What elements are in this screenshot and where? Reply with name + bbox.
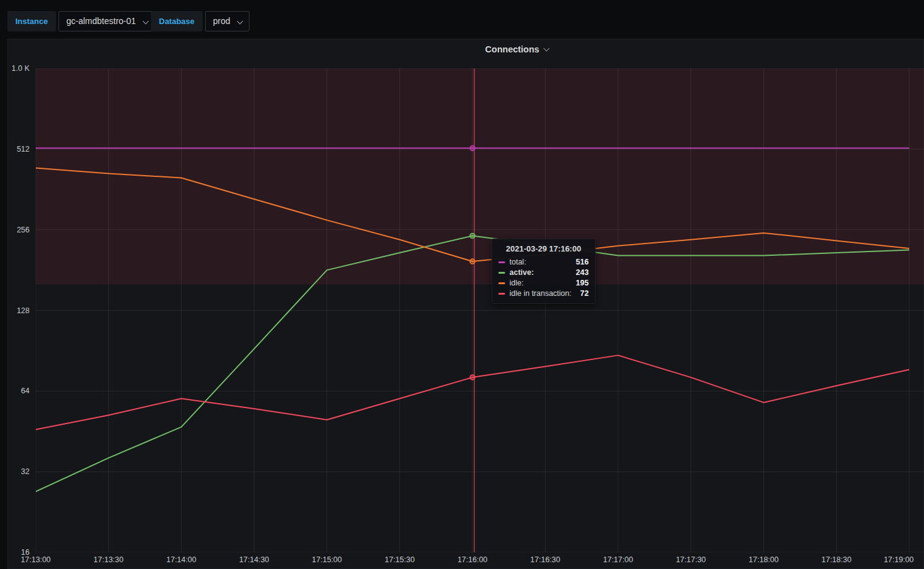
panel-header: Connections	[8, 39, 923, 60]
hover-marker-idle_in_transaction	[470, 375, 475, 380]
panel-title-menu[interactable]: Connections	[485, 44, 549, 54]
series-color-swatch-icon	[498, 282, 505, 284]
tooltip-series-label: idle:	[509, 279, 576, 287]
hover-marker-idle	[470, 259, 475, 264]
x-tick-label: 17:17:00	[603, 555, 633, 564]
y-axis: 1.0 K512256128643216	[8, 68, 33, 552]
tooltip-series-label: idle in transaction:	[509, 289, 580, 298]
y-tick-label: 32	[8, 467, 30, 476]
instance-variable: Instance gc-almdbtestro-01	[7, 11, 155, 31]
connections-chart[interactable]	[36, 68, 924, 552]
tooltip-row: active:243	[498, 268, 589, 277]
tooltip-series-label: active:	[509, 268, 576, 277]
instance-dropdown-value: gc-almdbtestro-01	[67, 16, 136, 26]
x-tick-label: 17:14:30	[239, 555, 269, 564]
database-dropdown[interactable]: prod	[205, 11, 249, 31]
tooltip-row: idle in transaction:72	[498, 289, 589, 298]
tooltip-row: total:516	[498, 258, 589, 266]
tooltip-timestamp: 2021-03-29 17:16:00	[498, 244, 589, 253]
variables-toolbar: Instance gc-almdbtestro-01 Database prod	[0, 0, 924, 38]
y-tick-label: 512	[8, 145, 30, 154]
y-tick-label: 64	[8, 387, 30, 395]
connections-panel: Connections 1.0 K512256128643216 17:13:0…	[7, 39, 924, 569]
x-tick-label: 17:13:00	[21, 555, 51, 564]
x-tick-label: 17:15:30	[384, 555, 415, 564]
database-dropdown-value: prod	[213, 16, 230, 26]
instance-dropdown[interactable]: gc-almdbtestro-01	[59, 11, 155, 31]
series-color-swatch-icon	[498, 293, 505, 295]
panel-title: Connections	[485, 44, 540, 54]
x-tick-label: 17:18:00	[748, 555, 779, 564]
x-tick-label: 17:16:30	[530, 555, 561, 564]
series-color-swatch-icon	[498, 272, 505, 274]
y-tick-label: 128	[8, 306, 30, 315]
chevron-down-icon	[543, 46, 549, 52]
threshold-region	[36, 68, 924, 284]
x-tick-label: 17:15:00	[312, 555, 342, 564]
database-label: Database	[151, 11, 203, 31]
y-tick-label: 1.0 K	[8, 64, 30, 73]
x-tick-label: 17:18:30	[821, 555, 851, 564]
chevron-down-icon	[237, 18, 243, 25]
series-color-swatch-icon	[498, 261, 505, 263]
instance-label: Instance	[7, 11, 56, 31]
x-tick-label: 17:19:00	[884, 555, 914, 564]
tooltip-series-value: 72	[580, 289, 589, 298]
tooltip-series-value: 195	[576, 279, 589, 287]
tooltip-series-value: 243	[576, 268, 589, 277]
database-variable: Database prod	[151, 11, 249, 31]
tooltip-series-value: 516	[576, 258, 589, 266]
x-axis: 17:13:0017:13:3017:14:0017:14:3017:15:00…	[36, 555, 924, 567]
hover-marker-total	[470, 145, 475, 150]
x-tick-label: 17:16:00	[458, 555, 488, 564]
chevron-down-icon	[142, 18, 148, 25]
tooltip-series-label: total:	[509, 258, 576, 266]
y-tick-label: 256	[8, 226, 30, 234]
hover-marker-active	[470, 234, 475, 239]
x-tick-label: 17:13:30	[94, 555, 124, 564]
chart-tooltip: 2021-03-29 17:16:00 total:516active:243i…	[492, 239, 596, 304]
tooltip-row: idle:195	[498, 279, 589, 287]
x-tick-label: 17:14:00	[166, 555, 197, 564]
chart-plot-area[interactable]	[36, 68, 924, 552]
x-tick-label: 17:17:30	[676, 555, 706, 564]
